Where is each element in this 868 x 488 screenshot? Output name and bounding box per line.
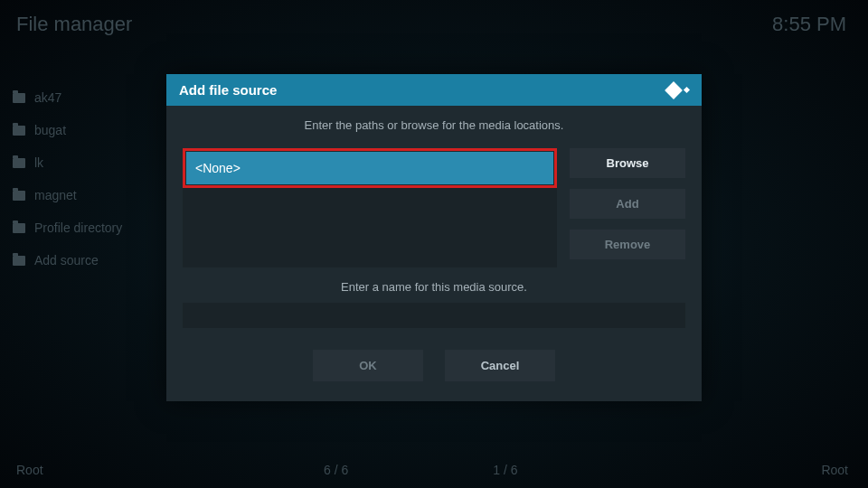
sidebar-item-add-source[interactable]: Add source: [13, 244, 166, 277]
cancel-button[interactable]: Cancel: [445, 350, 555, 381]
path-instruction: Enter the paths or browse for the media …: [183, 118, 685, 132]
folder-icon: [13, 256, 25, 266]
footer-count-right: 1 / 6: [493, 463, 517, 477]
path-column: <None>: [183, 148, 557, 267]
add-file-source-dialog: Add file source Enter the paths or brows…: [166, 74, 702, 401]
add-button[interactable]: Add: [570, 189, 685, 219]
ok-button[interactable]: OK: [313, 350, 423, 381]
path-input[interactable]: <None>: [186, 152, 553, 184]
sidebar-item-label: bugat: [34, 123, 66, 137]
sidebar-item-profile-directory[interactable]: Profile directory: [13, 211, 166, 244]
sidebar: ak47 bugat lk magnet Profile directory A…: [13, 81, 166, 277]
header: File manager 8:55 PM: [0, 0, 868, 36]
clock: 8:55 PM: [772, 13, 846, 36]
sidebar-item-label: Profile directory: [34, 221, 122, 235]
dialog-actions: OK Cancel: [183, 350, 685, 381]
dialog-title: Add file source: [179, 82, 277, 98]
kodi-logo-icon: [667, 84, 689, 97]
sidebar-item-magnet[interactable]: magnet: [13, 179, 166, 211]
folder-icon: [13, 191, 25, 201]
sidebar-item-label: Add source: [34, 253, 99, 267]
folder-icon: [13, 223, 25, 233]
footer-counts: 6 / 6 1 / 6: [324, 463, 821, 477]
sidebar-item-lk[interactable]: lk: [13, 146, 166, 179]
remove-button[interactable]: Remove: [570, 230, 685, 259]
folder-icon: [13, 126, 25, 136]
sidebar-item-label: magnet: [34, 188, 77, 202]
folder-icon: [13, 158, 25, 168]
path-list-area[interactable]: [183, 188, 557, 267]
footer-left-label: Root: [16, 463, 324, 477]
path-section: <None> Browse Add Remove: [183, 148, 685, 267]
sidebar-item-label: lk: [34, 155, 43, 170]
sidebar-item-bugat[interactable]: bugat: [13, 114, 166, 146]
name-input[interactable]: [183, 303, 685, 328]
footer: Root 6 / 6 1 / 6 Root: [16, 463, 848, 477]
page-title: File manager: [16, 13, 132, 36]
sidebar-item-ak47[interactable]: ak47: [13, 81, 166, 114]
path-buttons: Browse Add Remove: [570, 148, 685, 267]
sidebar-item-label: ak47: [34, 90, 61, 105]
footer-right-label: Root: [821, 463, 848, 477]
dialog-body: Enter the paths or browse for the media …: [166, 106, 702, 401]
folder-icon: [13, 93, 25, 103]
path-input-highlight: <None>: [183, 148, 557, 188]
name-instruction: Enter a name for this media source.: [183, 280, 685, 294]
browse-button[interactable]: Browse: [570, 148, 685, 178]
footer-count-left: 6 / 6: [324, 463, 348, 477]
dialog-title-bar: Add file source: [166, 74, 702, 106]
